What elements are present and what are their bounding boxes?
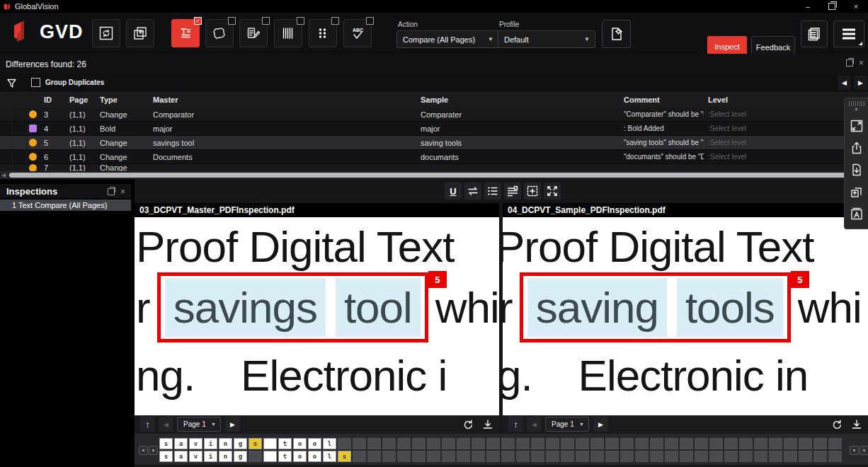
graphics-compare-checkbox[interactable] — [228, 17, 236, 25]
braille-inspection-checkbox[interactable] — [331, 17, 339, 25]
col-sample[interactable]: Sample — [416, 96, 619, 104]
page-select-dropdown[interactable]: Page 1▼ — [545, 417, 589, 432]
char-cell-empty — [486, 451, 500, 462]
menu-button[interactable] — [833, 21, 864, 47]
difference-highlight-box[interactable]: savingstool 5 — [157, 272, 428, 342]
prev-page-button[interactable]: ◀ — [159, 417, 173, 432]
font-inspect-button[interactable] — [848, 205, 865, 222]
scrollbar-thumb[interactable] — [9, 173, 859, 178]
underline-button[interactable]: U — [445, 183, 462, 200]
save-page-button[interactable] — [848, 161, 865, 178]
float-panel-icon[interactable] — [846, 59, 853, 67]
row-gutter — [13, 122, 27, 135]
prev-page-button[interactable]: ◀ — [527, 417, 542, 432]
level-select[interactable]: :Select level — [704, 150, 835, 163]
spelling-inspection-checkbox[interactable] — [366, 17, 374, 25]
swap-documents-button[interactable] — [464, 183, 481, 200]
table-row[interactable]: 6(1,1)ChangeDocumentsdocumants"documants… — [0, 150, 868, 164]
profile-label: Profile — [499, 21, 519, 28]
group-duplicates[interactable]: Group Duplicates — [31, 78, 104, 87]
text-compare-tool-button[interactable]: ✓ — [171, 19, 200, 47]
barcode-inspection-tool-button[interactable] — [274, 19, 302, 47]
minimize-button[interactable]: – — [796, 0, 820, 13]
level-select[interactable]: :Select level — [704, 108, 835, 121]
load-previous-tool-button[interactable] — [126, 19, 154, 47]
download-icon — [851, 419, 862, 430]
barcode-inspection-checkbox[interactable] — [297, 17, 304, 25]
col-id[interactable]: ID — [40, 96, 65, 104]
char-cell-empty — [754, 451, 767, 462]
difference-number-badge[interactable]: 5 — [428, 271, 447, 288]
close-panel-icon[interactable]: × — [859, 59, 864, 67]
drag-handle[interactable] — [849, 101, 864, 106]
difference-number-badge[interactable]: 5 — [791, 271, 809, 288]
restore-button[interactable] — [820, 0, 844, 13]
table-row[interactable]: 3(1,1)ChangeComparatorComparater"Compara… — [0, 108, 868, 122]
difference-list-button[interactable] — [484, 183, 501, 200]
cell-comment: "documants" should be "Documents — [619, 150, 704, 163]
level-select[interactable] — [704, 164, 835, 171]
profile-dropdown[interactable]: Default▼ — [498, 30, 595, 48]
export-csv-button[interactable] — [848, 183, 865, 200]
rotate-button[interactable] — [460, 417, 475, 432]
cell-type: Change — [96, 108, 149, 121]
add-region-button[interactable] — [524, 183, 541, 200]
sample-doc-view[interactable]: Proof Digital Text r savingtools 5 whi g… — [503, 217, 868, 415]
level-select[interactable]: :Select level — [704, 136, 835, 149]
table-row[interactable]: 4(1,1)Boldmajormajor: Bold Added:Select … — [0, 122, 868, 136]
strip-option-button[interactable] — [139, 446, 148, 455]
color-inspection-checkbox[interactable] — [262, 17, 270, 25]
highlighted-word: savings — [165, 278, 326, 337]
next-page-button[interactable]: ▶ — [225, 417, 240, 432]
group-duplicates-checkbox[interactable] — [31, 78, 40, 87]
prev-difference-button[interactable]: ◀ — [838, 76, 851, 90]
download-button[interactable] — [849, 417, 864, 432]
char-cell-empty — [338, 438, 351, 449]
sync-tool-button[interactable] — [92, 19, 120, 47]
scroll-up-button[interactable]: ↑ — [508, 417, 523, 432]
braille-inspection-tool-button[interactable] — [309, 19, 337, 47]
fit-to-window-button[interactable] — [848, 117, 865, 134]
download-button[interactable] — [480, 417, 495, 432]
col-page[interactable]: Page — [65, 96, 96, 104]
next-page-button[interactable]: ▶ — [593, 417, 608, 432]
strip-option-button[interactable] — [149, 446, 158, 455]
inspection-item[interactable]: 1 Text Compare (All Pages) — [0, 200, 131, 211]
col-level[interactable]: Level — [704, 96, 835, 104]
col-type[interactable]: Type — [96, 96, 149, 104]
page-select-dropdown[interactable]: Page 1▼ — [177, 417, 221, 432]
char-cell-empty — [412, 451, 426, 462]
char-cell-empty — [590, 438, 604, 449]
color-inspection-tool-button[interactable] — [239, 19, 268, 47]
horizontal-scrollbar[interactable]: ◀ ▶ — [0, 171, 868, 179]
action-dropdown[interactable]: Compare (All Pages)▼ — [396, 30, 499, 48]
brand-name: GVD — [40, 21, 84, 43]
report-button[interactable] — [801, 21, 828, 47]
text-details-button[interactable] — [504, 183, 521, 200]
filter-icon[interactable] — [6, 78, 17, 88]
close-button[interactable]: × — [844, 0, 868, 13]
graphics-compare-tool-button[interactable] — [205, 19, 234, 47]
rotate-button[interactable] — [829, 417, 844, 432]
level-select[interactable]: :Select level — [704, 122, 835, 135]
table-row[interactable]: 7(1,1)Change — [0, 164, 868, 171]
master-doc-view[interactable]: Proof Digital Text r savingstool 5 whi n… — [135, 217, 499, 415]
float-panel-icon[interactable] — [108, 188, 115, 195]
collapse-panel-icon[interactable]: ▼ — [845, 107, 868, 113]
scroll-up-button[interactable]: ↑ — [140, 417, 155, 432]
profile-settings-button[interactable] — [602, 20, 631, 48]
text-compare-checkbox[interactable]: ✓ — [194, 17, 202, 25]
difference-highlight-box[interactable]: savingtools 5 — [520, 272, 791, 342]
close-panel-icon[interactable]: × — [120, 188, 125, 195]
export-document-button[interactable] — [848, 139, 865, 156]
expand-viewer-button[interactable] — [544, 183, 561, 200]
scroll-left-icon[interactable]: ◀ — [0, 172, 7, 178]
strip-option-button[interactable] — [860, 446, 868, 455]
spelling-inspection-tool-button[interactable]: ABC — [343, 19, 372, 47]
next-difference-button[interactable]: ▶ — [854, 76, 867, 90]
table-row[interactable]: 5(1,1)Changesavings toolsaving tools"sav… — [0, 136, 868, 150]
col-comment[interactable]: Comment — [619, 96, 704, 104]
col-master[interactable]: Master — [149, 96, 416, 104]
strip-option-button[interactable] — [850, 446, 859, 455]
char-cell-empty — [605, 451, 619, 462]
